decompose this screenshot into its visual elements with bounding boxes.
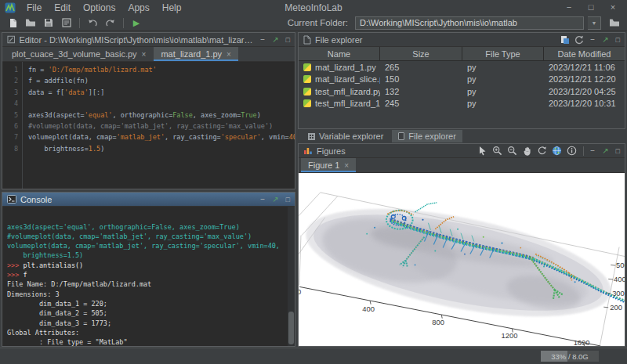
main-area: Editor - D:\Working\MIScript\Jython\mis\… bbox=[0, 31, 627, 348]
tab-close-icon[interactable]: × bbox=[344, 161, 349, 170]
pointer-tool-icon[interactable] bbox=[477, 146, 487, 156]
float-panel-icon[interactable]: ↗ bbox=[272, 35, 278, 44]
file-modified-cell: 2023/12/21 11:06 bbox=[544, 63, 625, 72]
minimize-window-button[interactable]: − bbox=[558, 0, 580, 15]
maximize-panel-icon[interactable]: □ bbox=[616, 147, 620, 155]
float-panel-icon[interactable]: ↗ bbox=[272, 195, 278, 204]
current-folder-combobox[interactable]: D:\Working\MIScript\Jython\mis\io\matlab bbox=[355, 16, 584, 30]
console-text: Dimensions: 3 bbox=[7, 290, 60, 298]
close-window-button[interactable]: × bbox=[602, 0, 624, 15]
redo-button[interactable] bbox=[103, 16, 118, 30]
console-text: dim_data_2 = 505; bbox=[7, 309, 107, 317]
minimize-panel-icon[interactable]: − bbox=[590, 35, 595, 44]
editor-tab[interactable]: plot_cuace_3d_volume_basic.py× bbox=[5, 47, 153, 61]
window-controls: − □ × bbox=[558, 0, 624, 15]
line-number: 3 bbox=[2, 87, 18, 98]
new-file-button[interactable] bbox=[5, 16, 20, 30]
file-explorer-icon bbox=[303, 35, 311, 45]
current-folder-label: Current Folder: bbox=[288, 18, 351, 27]
browse-folder-button[interactable] bbox=[607, 16, 622, 30]
console-body[interactable]: axes3d(aspect='equal', orthographic=Fals… bbox=[2, 207, 295, 346]
console-text: brightness=1.5) bbox=[7, 251, 83, 259]
console-text: Global Attributes: bbox=[7, 329, 79, 337]
float-panel-icon[interactable]: ↗ bbox=[602, 146, 608, 155]
console-text: dim_data_3 = 1773; bbox=[7, 319, 111, 327]
origin-tick-label: 0 bbox=[299, 287, 301, 296]
table-row[interactable]: mat_lizard_slice.py150py2023/12/21 12:20 bbox=[299, 74, 625, 86]
console-scrollbar-thumb[interactable] bbox=[288, 312, 294, 344]
maximize-panel-icon[interactable]: □ bbox=[286, 196, 290, 204]
maximize-panel-icon[interactable]: □ bbox=[616, 36, 620, 44]
editor-code-area[interactable]: fn = 'D:/Temp/matlab/lizard.mat'f = addf… bbox=[23, 62, 295, 189]
file-table-rows: mat_lizard_1.py265py2023/12/21 11:06mat_… bbox=[299, 61, 625, 128]
browse-folder-icon bbox=[609, 18, 620, 27]
file-explorer-header: File explorer −↗□ bbox=[299, 33, 625, 47]
code-token: , orthographic= bbox=[112, 111, 172, 119]
file-size-cell: 265 bbox=[380, 63, 462, 72]
open-file-button[interactable] bbox=[24, 16, 38, 30]
save-button[interactable] bbox=[42, 16, 56, 30]
menu-edit[interactable]: Edit bbox=[48, 2, 77, 14]
minimize-panel-icon[interactable]: − bbox=[260, 35, 265, 44]
figure-canvas[interactable]: 400 800 1200 1600 500 400 300 200 0 bbox=[299, 173, 625, 346]
file-size-cell: 245 bbox=[380, 99, 462, 108]
refresh-icon[interactable] bbox=[574, 35, 584, 45]
menu-file[interactable]: File bbox=[20, 2, 48, 14]
current-folder-dropdown-button[interactable]: ▼ bbox=[588, 16, 601, 30]
console-scrollbar[interactable] bbox=[288, 207, 295, 346]
info-tool-icon[interactable] bbox=[567, 146, 577, 156]
globe-tool-icon[interactable] bbox=[552, 146, 562, 156]
run-script-button[interactable]: ▶ bbox=[129, 16, 143, 30]
minimize-panel-icon[interactable]: − bbox=[260, 195, 265, 204]
rotate-tool-icon[interactable] bbox=[537, 146, 547, 156]
table-row[interactable]: mat_lizard_1.py265py2023/12/21 11:06 bbox=[299, 61, 625, 74]
maximize-window-button[interactable]: □ bbox=[580, 0, 602, 15]
tab-file-explorer[interactable]: File explorer bbox=[392, 130, 462, 142]
save-as-button[interactable] bbox=[60, 16, 74, 30]
code-line: f = addfile(fn) bbox=[28, 75, 295, 86]
code-token: 1.5 bbox=[89, 145, 100, 153]
zoom-out-tool-icon[interactable] bbox=[507, 146, 517, 156]
menu-options[interactable]: Options bbox=[77, 2, 121, 14]
maximize-panel-icon[interactable]: □ bbox=[286, 36, 290, 44]
x-tick-label: 1600 bbox=[574, 338, 590, 346]
console-panel-controls: −↗□ bbox=[260, 195, 290, 204]
console-text: dim_data_1 = 220; bbox=[7, 300, 107, 308]
code-line: axes3d(aspect='equal', orthographic=Fals… bbox=[28, 110, 295, 121]
menu-bar: FileEditOptionsAppsHelp bbox=[20, 2, 187, 14]
file-modified-cell: 2023/12/20 10:31 bbox=[544, 99, 625, 108]
right-tick-label: 200 bbox=[610, 303, 622, 312]
line-number: 8 bbox=[2, 143, 18, 154]
figure-tab[interactable]: Figure 1× bbox=[301, 158, 356, 172]
chevron-down-icon: ▼ bbox=[592, 20, 597, 26]
column-header-name[interactable]: Name bbox=[299, 47, 380, 60]
figures-controls: −↗□ bbox=[590, 146, 620, 155]
console-panel: Console −↗□ axes3d(aspect='equal', ortho… bbox=[2, 192, 295, 347]
code-token: ) bbox=[100, 145, 104, 153]
tab-close-icon[interactable]: × bbox=[227, 50, 231, 59]
save-as-icon bbox=[62, 18, 71, 27]
menu-help[interactable]: Help bbox=[156, 2, 188, 14]
menu-apps[interactable]: Apps bbox=[121, 2, 155, 14]
column-header-size[interactable]: Size bbox=[380, 47, 462, 60]
code-editor[interactable]: 12345678 fn = 'D:/Temp/matlab/lizard.mat… bbox=[2, 62, 295, 189]
minimize-panel-icon[interactable]: − bbox=[590, 146, 595, 155]
console-line: >>> f bbox=[7, 270, 285, 279]
float-panel-icon[interactable]: ↗ bbox=[602, 35, 608, 44]
tab-close-icon[interactable]: × bbox=[142, 50, 147, 59]
editor-panel-header: Editor - D:\Working\MIScript\Jython\mis\… bbox=[2, 33, 295, 47]
code-token: volumeplot(data, cmap= bbox=[28, 133, 117, 141]
column-header-date-modified[interactable]: Date Modified bbox=[544, 47, 625, 60]
table-row[interactable]: test_mfl_lizard.py132py2023/12/20 04:25 bbox=[299, 85, 625, 98]
pan-tool-icon[interactable] bbox=[522, 146, 532, 156]
column-header-file-type[interactable]: File Type bbox=[462, 47, 544, 60]
main-window: FileEditOptionsAppsHelp MeteoInfoLab − □… bbox=[0, 0, 627, 364]
x-tick-label: 400 bbox=[362, 305, 375, 313]
editor-tab[interactable]: mat_lizard_1.py× bbox=[154, 47, 238, 61]
code-token: brightness= bbox=[28, 145, 89, 153]
table-row[interactable]: test_mfl_lizard_1.py245py2023/12/20 10:3… bbox=[299, 98, 625, 110]
undo-button[interactable] bbox=[85, 16, 100, 30]
zoom-in-tool-icon[interactable] bbox=[492, 146, 502, 156]
copy-path-icon[interactable] bbox=[560, 35, 570, 45]
tab-variable-explorer[interactable]: Variable explorer bbox=[302, 130, 390, 142]
